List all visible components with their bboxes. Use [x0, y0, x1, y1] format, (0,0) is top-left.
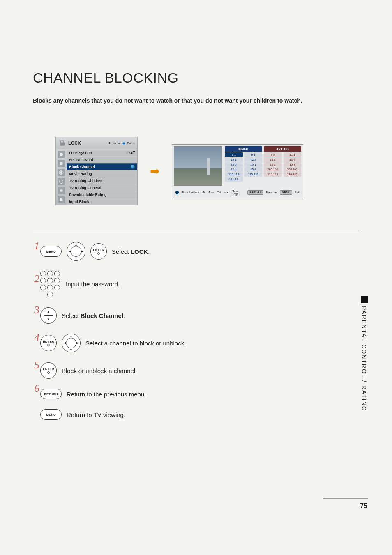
osd-item-label: Set Password [69, 158, 93, 162]
channel-screen-footer: Block/Unblock ✥ Move CH ▲▼ Move Page RET… [172, 187, 303, 198]
enter-button-label: ENTER [43, 368, 54, 371]
return-button[interactable]: RETURN [40, 389, 62, 399]
channel-column: 9-112-215-180-2120-123 [244, 152, 263, 182]
channel-cell[interactable]: 130-134 [264, 172, 282, 177]
step-text-post: . [148, 248, 150, 255]
osd-item[interactable]: TV Rating-Children [67, 177, 137, 184]
step-text-post: . [123, 312, 125, 319]
enter-button-label: ENTER [93, 249, 104, 252]
step-number: 6 [34, 382, 39, 395]
svg-point-2 [60, 171, 62, 174]
step-text-bold: LOCK [131, 248, 148, 255]
step-text: Input the password. [66, 281, 120, 288]
channel-cell[interactable]: 15-3 [284, 162, 302, 167]
arrow-icon: ➡ [150, 164, 159, 178]
step-menu-exit: . MENU Return to TV viewing. [34, 409, 359, 420]
enter-button[interactable]: ENTER [40, 362, 57, 379]
tab-analog: ANALOG [264, 146, 301, 152]
osd-lock-menu: LOCK ✥ Move ◉ Enter Lock System: Off [55, 137, 138, 205]
channel-cell[interactable]: 130-145 [284, 172, 302, 177]
channel-grid: 7-112-113-515-4120-112131-119-112-215-18… [225, 152, 301, 182]
channel-preview [174, 146, 222, 186]
side-icon-3 [58, 169, 65, 176]
svg-point-4 [60, 180, 63, 184]
osd-item[interactable]: Lock System: Off [67, 149, 137, 156]
channel-cell[interactable]: 15-2 [264, 162, 282, 167]
page-number: 75 [360, 502, 367, 510]
menu-button[interactable]: MENU [40, 409, 62, 420]
osd-item-label: Lock System [69, 151, 92, 155]
osd-item-label: Movie Rating [69, 172, 92, 176]
channel-cell[interactable]: 12-1 [225, 157, 243, 162]
osd-title: LOCK [68, 140, 108, 145]
side-icon-2 [58, 160, 65, 167]
osd-item[interactable]: Set Password [67, 156, 137, 163]
channel-cell[interactable]: 13-3 [264, 157, 282, 162]
step-text-bold: Block Channel [81, 312, 123, 319]
step-6: 6 RETURN Return to the previous menu. [34, 389, 359, 399]
channel-cell[interactable]: 15-4 [225, 167, 243, 172]
tab-digital: DIGITAL [225, 146, 262, 152]
channel-cell[interactable]: 15-1 [244, 162, 263, 167]
enter-button[interactable]: ENTER [90, 243, 107, 260]
page-title: CHANNEL BLOCKING [33, 70, 359, 86]
step-text: Block or unblock a channel. [62, 367, 137, 374]
step-1: 1 MENU ▲▼◀▶ ENTER Select LOCK. [34, 242, 359, 261]
number-pad[interactable] [40, 271, 61, 297]
side-icon-1 [58, 151, 65, 158]
enter-button-label: ENTER [43, 340, 54, 343]
enter-dot-icon [47, 371, 50, 374]
step-text-pre: Select [112, 248, 131, 255]
channel-cell[interactable]: 9-1 [244, 152, 263, 157]
dpad-button[interactable]: ▲▼◀▶ [67, 242, 85, 261]
osd-item-label: Downloadable Rating [69, 193, 107, 197]
menu-button[interactable]: MENU [40, 246, 62, 257]
osd-item-label: Block Channel [69, 165, 95, 169]
channel-cell[interactable]: 100-156 [264, 167, 282, 172]
channel-cell[interactable]: 100-167 [284, 167, 302, 172]
enter-button[interactable]: ENTER [40, 335, 57, 351]
step-text: Return to TV viewing. [67, 411, 125, 418]
channel-cell[interactable]: 9-5 [264, 152, 282, 157]
footer-exit: Exit [295, 191, 300, 194]
osd-item[interactable]: Downloadable Rating [67, 191, 137, 198]
footer-move: Move [208, 191, 214, 194]
osd-item-value: : Off [127, 151, 135, 155]
osd-item[interactable]: Movie Rating [67, 170, 137, 177]
intro-text: Blocks any channels that you do not want… [33, 97, 359, 104]
channel-cell[interactable]: 13-5 [225, 162, 243, 167]
channel-column: 9-513-315-2100-156130-134 [264, 152, 282, 182]
osd-hint-enter: Enter [127, 141, 135, 145]
return-keycap: RETURN [247, 190, 263, 195]
enter-dot-icon [175, 191, 179, 194]
channel-cell[interactable]: 120-123 [244, 172, 263, 177]
channel-cell[interactable]: 11-1 [284, 152, 302, 157]
channel-cell[interactable]: 120-112 [225, 172, 243, 177]
lighthouse-icon [207, 158, 210, 175]
channel-cell[interactable]: 131-11 [225, 177, 243, 182]
osd-item-label: Input Block [69, 200, 89, 204]
svg-rect-6 [60, 199, 63, 201]
step-text: Return to the previous menu. [67, 391, 146, 398]
channel-cell[interactable]: 12-2 [244, 157, 263, 162]
steps-list: 1 MENU ▲▼◀▶ ENTER Select LOCK. 2 Input t… [34, 242, 359, 420]
step-text: Select Block Channel. [62, 312, 125, 319]
updown-button[interactable]: ▲▼ [40, 307, 57, 324]
channel-column: 11-113-415-3100-167130-145 [284, 152, 302, 182]
channel-cell[interactable]: 80-2 [244, 167, 263, 172]
dpad-icon: ✥ [108, 141, 111, 145]
step-5: 5 ENTER Block or unblock a channel. [34, 362, 359, 379]
enter-dot-icon [131, 165, 135, 169]
channel-cell[interactable]: 13-4 [284, 157, 302, 162]
step-number: 2 [34, 273, 39, 285]
step-2: 2 Input the password. [34, 271, 359, 297]
osd-item[interactable]: Input Block [67, 198, 137, 205]
svg-rect-5 [60, 190, 63, 192]
osd-hint: ✥ Move ◉ Enter [108, 141, 135, 145]
step-text-pre: Select [62, 312, 81, 319]
dpad-button[interactable]: ▲▼◀▶ [62, 334, 81, 352]
channel-cell[interactable]: 7-1 [225, 152, 243, 157]
osd-item[interactable]: Block Channel [67, 163, 137, 170]
osd-item[interactable]: TV Rating-General [67, 184, 137, 191]
side-icon-4 [58, 178, 65, 185]
